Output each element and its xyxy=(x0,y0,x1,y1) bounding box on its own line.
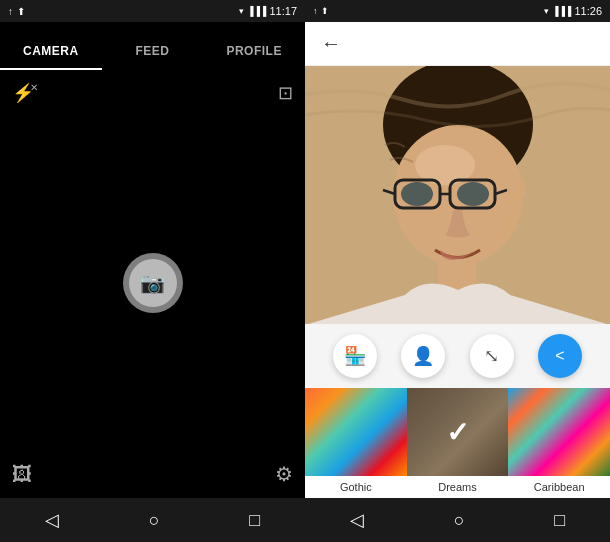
status-bar-left: ↑ ⬆ ▾ ▐▐▐ 11:17 xyxy=(0,0,305,22)
camera-flip-button[interactable]: ⊡ xyxy=(278,82,293,104)
right-right-status: ▾ ▐▐▐ 11:26 xyxy=(544,5,602,17)
svg-point-5 xyxy=(401,182,433,206)
wifi-icon: ▾ xyxy=(239,6,244,16)
back-button-right-nav[interactable]: ◁ xyxy=(334,501,380,539)
flash-toggle-button[interactable]: ⚡✕ xyxy=(12,82,34,104)
recent-button-right[interactable]: □ xyxy=(538,502,581,539)
right-nav-bar: ◁ ○ □ xyxy=(305,498,610,542)
status-bar-right: ↑ ⬆ ▾ ▐▐▐ 11:26 xyxy=(305,0,610,22)
action-bar: 🏪 👤 ⤡ < xyxy=(305,324,610,388)
photo-canvas xyxy=(305,66,610,324)
gallery-button[interactable]: 🖼 xyxy=(12,463,32,486)
back-button-left[interactable]: ◁ xyxy=(29,501,75,539)
right-wifi-icon: ▾ xyxy=(544,6,549,16)
filter-caribbean[interactable]: Caribbean xyxy=(508,388,610,498)
filter-gothic[interactable]: Gothic xyxy=(305,388,407,498)
person-button[interactable]: 👤 xyxy=(401,334,445,378)
left-time: 11:17 xyxy=(269,5,297,17)
photo-editor-screen: ↑ ⬆ ▾ ▐▐▐ 11:26 ← xyxy=(305,0,610,542)
tab-feed[interactable]: FEED xyxy=(102,22,204,70)
shop-button[interactable]: 🏪 xyxy=(333,334,377,378)
photo-header: ← xyxy=(305,22,610,66)
dreams-selected-overlay: ✓ xyxy=(407,388,509,476)
checkmark-icon: ✓ xyxy=(446,416,469,449)
gothic-thumbnail xyxy=(305,388,407,476)
signal-icon: ▐▐▐ xyxy=(247,6,266,16)
home-button-right[interactable]: ○ xyxy=(438,502,481,539)
shutter-inner: 📷 xyxy=(129,259,177,307)
crop-icon: ⤡ xyxy=(484,345,499,367)
right-signal-icon: ▐▐▐ xyxy=(552,6,571,16)
gothic-label: Gothic xyxy=(305,476,407,498)
caribbean-label: Caribbean xyxy=(508,476,610,498)
shop-icon: 🏪 xyxy=(344,345,366,367)
camera-bottom-controls: 🖼 ⚙ xyxy=(12,462,293,486)
camera-icon: 📷 xyxy=(140,271,165,295)
right-status-icons: ▾ ▐▐▐ 11:17 xyxy=(239,5,297,17)
back-button-right[interactable]: ← xyxy=(321,32,341,55)
left-nav-bar: ◁ ○ □ xyxy=(0,498,305,542)
left-status-icons: ↑ ⬆ xyxy=(8,6,25,17)
dreams-label: Dreams xyxy=(407,476,509,498)
filter-strip: Gothic ✓ Dreams Caribbean xyxy=(305,388,610,498)
svg-point-7 xyxy=(457,182,489,206)
home-button-left[interactable]: ○ xyxy=(133,502,176,539)
share-button[interactable]: < xyxy=(538,334,582,378)
right-download-icon: ⬆ xyxy=(321,6,329,16)
camera-center: 📷 xyxy=(12,253,293,313)
camera-viewfinder: ⚡✕ ⊡ 📷 🖼 ⚙ xyxy=(0,70,305,498)
crop-button[interactable]: ⤡ xyxy=(470,334,514,378)
filter-dreams[interactable]: ✓ Dreams xyxy=(407,388,509,498)
download-icon: ⬆ xyxy=(17,6,25,17)
notification-icon: ↑ xyxy=(8,6,13,17)
camera-screen: ↑ ⬆ ▾ ▐▐▐ 11:17 CAMERA FEED PROFILE ⚡✕ xyxy=(0,0,305,542)
share-icon: < xyxy=(555,347,564,365)
camera-top-controls: ⚡✕ ⊡ xyxy=(12,82,293,104)
recent-button-left[interactable]: □ xyxy=(233,502,276,539)
shutter-button[interactable]: 📷 xyxy=(123,253,183,313)
camera-top-nav: CAMERA FEED PROFILE xyxy=(0,22,305,70)
caribbean-thumbnail xyxy=(508,388,610,476)
settings-button[interactable]: ⚙ xyxy=(275,462,293,486)
dreams-thumbnail: ✓ xyxy=(407,388,509,476)
photo-art-svg xyxy=(305,66,610,324)
person-icon: 👤 xyxy=(412,345,434,367)
photo-display xyxy=(305,66,610,324)
right-notification-icon: ↑ xyxy=(313,6,318,16)
right-left-status: ↑ ⬆ xyxy=(313,6,329,16)
right-time: 11:26 xyxy=(574,5,602,17)
tab-camera[interactable]: CAMERA xyxy=(0,22,102,70)
tab-profile[interactable]: PROFILE xyxy=(203,22,305,70)
